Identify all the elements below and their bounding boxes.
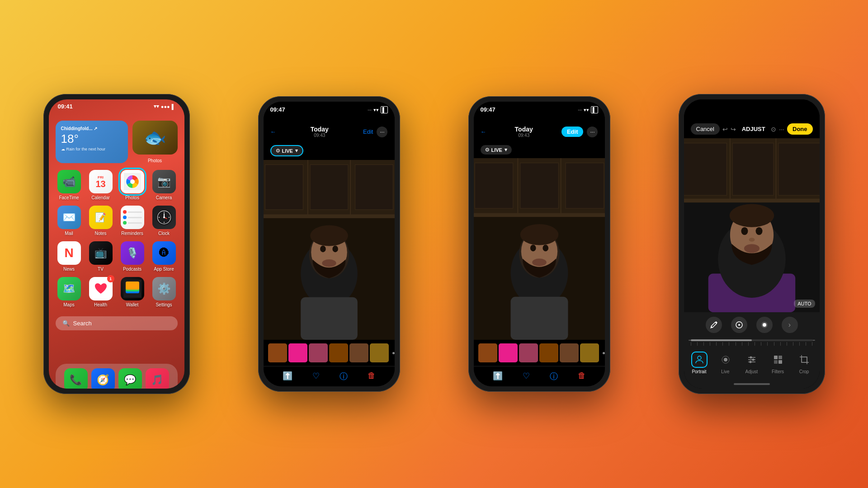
app-calendar[interactable]: FRI 13 Calendar — [87, 170, 114, 200]
phone3-battery-icon: ▌ — [591, 106, 598, 113]
tool-dot[interactable] — [756, 317, 773, 333]
weather-widget[interactable]: Chiddingfold... ↗ 18° ☁ Rain for the nex… — [56, 121, 128, 163]
edit-tab-crop[interactable]: Crop — [796, 352, 812, 374]
undo-icon[interactable]: ↩ — [722, 126, 728, 133]
app-wallet[interactable]: Wallet — [119, 277, 146, 307]
phone3-container: 09:47 ··· ▾▾ ▌ ← Today 09:43 Edit ··· — [468, 96, 610, 392]
app-appstore[interactable]: 🅐 App Store — [151, 241, 178, 272]
phone3-edit-btn[interactable]: Edit — [561, 127, 584, 137]
live-icon-svg — [720, 354, 731, 365]
app-mail[interactable]: ✉️ Mail — [56, 206, 83, 236]
phone2-live-badge[interactable]: ⊙ LIVE ▾ — [270, 145, 303, 156]
edit-tab-adjust[interactable]: Adjust — [744, 352, 760, 374]
dock-safari[interactable]: 🧭 — [91, 368, 115, 389]
cloud-icon: ☁ — [61, 147, 65, 151]
phone2-trash-btn[interactable]: 🗑 — [368, 371, 376, 382]
svg-rect-55 — [684, 199, 820, 203]
app-news[interactable]: N News — [56, 241, 83, 272]
phone3-live-badge[interactable]: ⊙ LIVE ▾ — [481, 145, 512, 155]
tool-arrow[interactable]: › — [782, 317, 798, 333]
dock-phone[interactable]: 📞 — [64, 368, 88, 389]
phone3-thumb-3[interactable] — [519, 343, 538, 362]
app-reminders[interactable]: Reminders — [119, 206, 146, 236]
app-health[interactable]: 1 Health — [87, 277, 114, 307]
phone3-thumb-6[interactable] — [580, 343, 599, 362]
app-photos[interactable]: Photos — [119, 170, 146, 200]
svg-rect-36 — [475, 163, 513, 209]
thumb-2[interactable] — [288, 343, 307, 362]
thumb-5[interactable] — [349, 343, 368, 362]
phone3-live-chevron: ▾ — [505, 147, 507, 153]
phone3-share-btn[interactable]: ⬆️ — [493, 371, 503, 382]
phone1-status-icons: ▾▾ ●●● ▌ — [154, 103, 175, 109]
clock-svg — [156, 209, 173, 226]
phone2-back-btn[interactable]: ← — [270, 128, 276, 135]
app-facetime[interactable]: 📹 FaceTime — [56, 170, 83, 200]
phone2-info-btn[interactable]: ⓘ — [340, 371, 348, 382]
music-icon: 🎵 — [146, 368, 169, 389]
app-grid-row4: 🗺️ Maps 1 Health — [56, 277, 178, 307]
maps-label: Maps — [63, 302, 74, 307]
svg-point-70 — [698, 356, 701, 360]
edit-tab-filters[interactable]: Filters — [770, 352, 786, 374]
phone3-thumb-2[interactable] — [499, 343, 518, 362]
phone4-tools-row: › — [684, 312, 820, 338]
slider-track[interactable] — [689, 340, 815, 341]
edit-tab-portrait[interactable]: Portrait — [691, 352, 708, 374]
phone2-more-btn[interactable]: ··· — [377, 127, 387, 137]
phone2-top-area: 09:47 ··· ▾▾ ▌ — [264, 102, 395, 122]
app-clock[interactable]: Clock — [151, 206, 178, 236]
phone4-done-btn[interactable]: Done — [787, 123, 813, 135]
thumb-4[interactable] — [329, 343, 348, 362]
thumb-3[interactable] — [309, 343, 328, 362]
phone4-more-icon[interactable]: ··· — [779, 126, 784, 133]
svg-rect-39 — [474, 213, 605, 217]
search-bar[interactable]: 🔍 Search — [56, 316, 178, 330]
face-photo-svg-3 — [474, 158, 605, 340]
adjust-tab-label: Adjust — [745, 369, 758, 374]
phone2-frame: 09:47 ··· ▾▾ ▌ ← Today 09:43 Edit ··· — [258, 96, 400, 392]
phone3-heart-btn[interactable]: ♡ — [523, 371, 530, 382]
app-tv[interactable]: 📺 TV — [87, 241, 114, 272]
app-notes[interactable]: 📝 Notes — [87, 206, 114, 236]
tool-circle[interactable] — [731, 317, 747, 333]
app-maps[interactable]: 🗺️ Maps — [56, 277, 83, 307]
phone2-share-btn[interactable]: ⬆️ — [283, 371, 292, 382]
clock-label: Clock — [158, 231, 170, 236]
phone4-photo-area: AUTO — [684, 138, 820, 312]
dock-messages[interactable]: 💬 — [118, 368, 142, 389]
phone3-info-btn[interactable]: ⓘ — [550, 371, 558, 382]
app-settings[interactable]: ⚙️ Settings — [151, 277, 178, 307]
photo-widget-col: 🐟 Photos — [132, 121, 178, 163]
svg-point-71 — [724, 358, 727, 361]
phone3-thumb-4[interactable] — [539, 343, 558, 362]
phone2-thumbnails — [264, 340, 395, 366]
phone3-thumb-1[interactable] — [478, 343, 497, 362]
phone4-cancel-btn[interactable]: Cancel — [691, 123, 720, 135]
phone3-back-btn[interactable]: ← — [481, 128, 486, 135]
thumb-6[interactable] — [370, 343, 389, 362]
thumb-1[interactable] — [268, 343, 287, 362]
app-grid-row1: 📹 FaceTime FRI 13 Calendar — [56, 170, 178, 200]
phone3-more-btn[interactable]: ··· — [587, 127, 598, 137]
weather-location: Chiddingfold... ↗ — [61, 126, 123, 131]
phone2-heart-btn[interactable]: ♡ — [312, 371, 320, 382]
messages-icon: 💬 — [118, 368, 142, 389]
phone4-extra-icon[interactable]: ⊙ — [771, 126, 776, 133]
dock-music[interactable]: 🎵 — [146, 368, 169, 389]
redo-icon[interactable]: ↪ — [731, 126, 736, 133]
svg-point-63 — [744, 244, 759, 253]
phone3-thumb-5[interactable] — [560, 343, 579, 362]
svg-rect-46 — [510, 297, 568, 340]
phone2-edit-btn[interactable]: Edit — [363, 128, 373, 135]
phone3-face-photo — [474, 158, 605, 340]
app-podcasts[interactable]: 🎙️ Podcasts — [119, 241, 146, 272]
live-tab-icon — [717, 352, 734, 368]
photos-icon-svg — [124, 173, 141, 190]
edit-tab-live[interactable]: Live — [717, 352, 734, 374]
app-camera[interactable]: 📷 Camera — [151, 170, 178, 200]
photos-widget[interactable]: 🐟 — [132, 121, 178, 155]
filters-tab-label: Filters — [772, 369, 784, 374]
tool-pencil[interactable] — [706, 317, 722, 333]
phone3-trash-btn[interactable]: 🗑 — [578, 371, 586, 382]
